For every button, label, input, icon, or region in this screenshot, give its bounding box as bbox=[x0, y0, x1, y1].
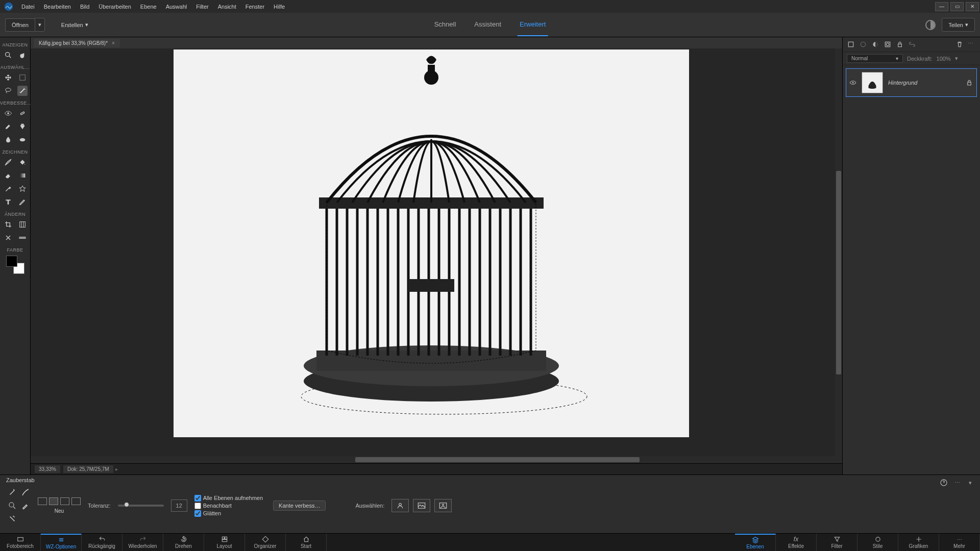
nav-mehr[interactable]: ⋯Mehr bbox=[939, 534, 980, 551]
chevron-down-icon[interactable]: ▾ bbox=[955, 55, 958, 62]
intersect-selection-mode[interactable] bbox=[71, 497, 81, 505]
nav-grafiken[interactable]: Grafiken bbox=[898, 534, 939, 551]
redeye-tool-icon[interactable] bbox=[3, 108, 13, 118]
select-background-icon[interactable] bbox=[413, 499, 430, 512]
selection-brush-variant-icon[interactable] bbox=[20, 487, 31, 497]
menu-bearbeiten[interactable]: Bearbeiten bbox=[40, 2, 75, 12]
magic-wand-variant-icon[interactable] bbox=[7, 487, 17, 497]
lock-icon[interactable] bbox=[965, 79, 973, 87]
auto-select-variant-icon[interactable] bbox=[7, 514, 17, 524]
select-sky-icon[interactable] bbox=[434, 499, 452, 512]
horizontal-scrollbar[interactable] bbox=[31, 456, 842, 463]
type-tool-icon[interactable] bbox=[3, 197, 13, 207]
all-layers-checkbox[interactable]: Alle Ebenen aufnehmen bbox=[194, 495, 263, 502]
tab-quick[interactable]: Schnell bbox=[432, 13, 458, 36]
new-selection-mode[interactable] bbox=[38, 497, 47, 505]
canvas-area[interactable] bbox=[31, 48, 842, 463]
menu-bild[interactable]: Bild bbox=[76, 2, 93, 12]
panel-menu-icon[interactable]: ⋯ bbox=[968, 40, 976, 48]
recompose-tool-icon[interactable] bbox=[17, 219, 28, 230]
blur-tool-icon[interactable] bbox=[3, 135, 13, 145]
nav-effekte[interactable]: fxEffekte bbox=[776, 534, 817, 551]
close-button[interactable]: ✕ bbox=[966, 2, 979, 11]
magic-wand-tool-icon[interactable] bbox=[17, 86, 28, 96]
nav-wz-optionen[interactable]: WZ-Optionen bbox=[41, 534, 82, 551]
visibility-toggle-icon[interactable] bbox=[849, 79, 856, 86]
add-selection-mode[interactable] bbox=[49, 497, 58, 505]
antialias-checkbox[interactable]: Glätten bbox=[194, 510, 263, 517]
vertical-scrollbar[interactable] bbox=[835, 48, 842, 456]
nav-filter[interactable]: Filter bbox=[817, 534, 857, 551]
nav-redo[interactable]: Wiederholen bbox=[122, 534, 163, 551]
spot-heal-tool-icon[interactable] bbox=[17, 108, 28, 118]
hand-tool-icon[interactable] bbox=[17, 50, 28, 60]
tolerance-value[interactable]: 12 bbox=[171, 499, 187, 512]
eraser-tool-icon[interactable] bbox=[3, 170, 13, 181]
opacity-value[interactable]: 100% bbox=[937, 56, 951, 62]
open-dropdown[interactable]: ▾ bbox=[35, 18, 45, 32]
gradient-tool-icon[interactable] bbox=[17, 170, 28, 181]
nav-undo[interactable]: Rückgängig bbox=[82, 534, 122, 551]
link-layer-icon[interactable] bbox=[908, 40, 916, 48]
color-swatch[interactable] bbox=[6, 256, 24, 274]
contiguous-checkbox[interactable]: Benachbart bbox=[194, 503, 263, 509]
content-aware-move-icon[interactable] bbox=[3, 233, 13, 243]
menu-filter[interactable]: Filter bbox=[192, 2, 212, 12]
nav-layout[interactable]: Layout bbox=[204, 534, 245, 551]
lock-layer-icon[interactable] bbox=[896, 40, 904, 48]
canvas[interactable] bbox=[174, 49, 689, 437]
minimize-button[interactable]: — bbox=[935, 2, 948, 11]
adjust-layer-icon[interactable] bbox=[871, 40, 879, 48]
nav-fotobereich[interactable]: Fotobereich bbox=[0, 534, 41, 551]
quick-select-variant-icon[interactable] bbox=[7, 500, 17, 511]
shape-tool-icon[interactable] bbox=[17, 184, 28, 194]
marquee-tool-icon[interactable] bbox=[17, 72, 28, 83]
brush-tool-icon[interactable] bbox=[3, 157, 13, 167]
sponge-tool-icon[interactable] bbox=[17, 135, 28, 145]
nav-rotate[interactable]: Drehen bbox=[163, 534, 204, 551]
nav-ebenen[interactable]: Ebenen bbox=[735, 534, 776, 551]
clone-stamp-tool-icon[interactable] bbox=[17, 121, 28, 132]
refine-edge-button[interactable]: Kante verbess… bbox=[273, 500, 326, 511]
layer-name[interactable]: Hintergrund bbox=[888, 80, 917, 86]
menu-ansicht[interactable]: Ansicht bbox=[214, 2, 240, 12]
maximize-button[interactable]: ▭ bbox=[950, 2, 964, 11]
menu-hilfe[interactable]: Hilfe bbox=[270, 2, 289, 12]
smart-brush-tool-icon[interactable] bbox=[3, 121, 13, 132]
menu-ebene[interactable]: Ebene bbox=[136, 2, 161, 12]
menu-datei[interactable]: Datei bbox=[17, 2, 39, 12]
crop-tool-icon[interactable] bbox=[3, 219, 13, 230]
tab-guided[interactable]: Assistent bbox=[472, 13, 503, 36]
create-button[interactable]: Erstellen ▾ bbox=[55, 18, 94, 31]
nav-stile[interactable]: Stile bbox=[857, 534, 898, 551]
nav-start[interactable]: Start bbox=[286, 534, 327, 551]
foreground-color[interactable] bbox=[6, 256, 17, 267]
nav-organizer[interactable]: Organizer bbox=[245, 534, 286, 551]
blend-mode-select[interactable]: Normal ▾ bbox=[847, 54, 903, 63]
document-tab[interactable]: Käfig.jpeg bei 33,3% (RGB/8)* × bbox=[34, 39, 120, 47]
options-menu-icon[interactable]: ⋯ bbox=[952, 478, 962, 487]
tolerance-slider[interactable] bbox=[118, 505, 164, 507]
menu-ueberarbeiten[interactable]: Überarbeiten bbox=[94, 2, 135, 12]
subtract-selection-mode[interactable] bbox=[60, 497, 69, 505]
layer-thumbnail[interactable] bbox=[862, 72, 883, 93]
new-layer-icon[interactable] bbox=[847, 40, 855, 48]
eyedropper-tool-icon[interactable] bbox=[3, 184, 13, 194]
delete-layer-icon[interactable] bbox=[955, 40, 964, 48]
move-tool-icon[interactable] bbox=[3, 72, 13, 83]
mask-icon[interactable] bbox=[884, 40, 892, 48]
open-button[interactable]: Öffnen bbox=[5, 18, 35, 32]
straighten-tool-icon[interactable] bbox=[17, 233, 28, 243]
lasso-tool-icon[interactable] bbox=[3, 86, 13, 96]
zoom-tool-icon[interactable] bbox=[3, 50, 13, 60]
status-caret-icon[interactable]: ▸ bbox=[115, 466, 118, 472]
zoom-level[interactable]: 33,33% bbox=[35, 465, 60, 473]
share-button[interactable]: Teilen ▾ bbox=[942, 18, 975, 32]
refine-select-variant-icon[interactable] bbox=[20, 500, 31, 511]
help-icon[interactable] bbox=[939, 478, 948, 487]
menu-fenster[interactable]: Fenster bbox=[241, 2, 268, 12]
layer-row[interactable]: Hintergrund bbox=[846, 68, 977, 97]
tab-expert[interactable]: Erweitert bbox=[518, 13, 548, 36]
close-tab-icon[interactable]: × bbox=[112, 40, 115, 46]
menu-auswahl[interactable]: Auswahl bbox=[162, 2, 191, 12]
